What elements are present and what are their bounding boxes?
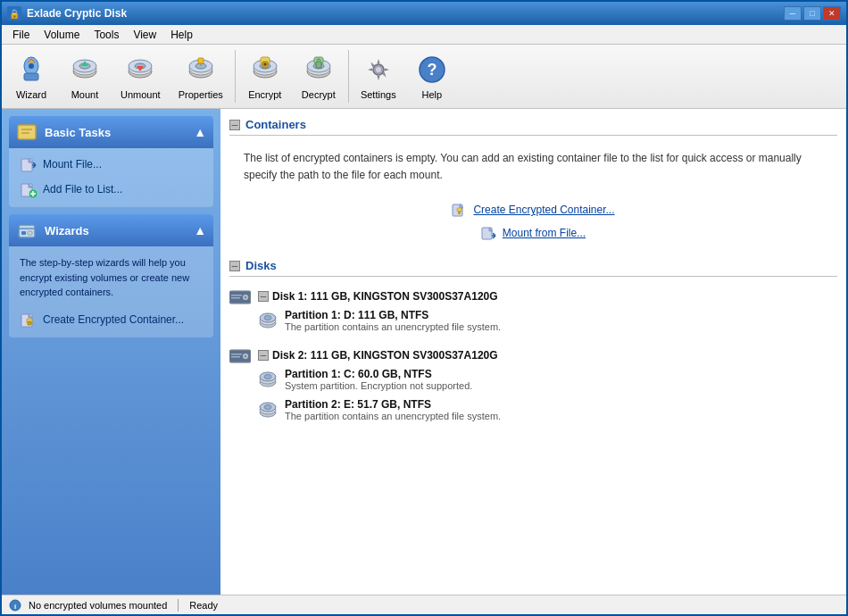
add-file-icon [20, 180, 37, 198]
basic-tasks-header: Basic Tasks ▲ [9, 116, 213, 148]
main-area: Basic Tasks ▲ Mount File... [2, 109, 846, 595]
mount-file-link[interactable]: Mount File... [16, 154, 206, 175]
wizards-header-icon [16, 220, 37, 241]
settings-button[interactable]: Settings [353, 46, 404, 106]
wizard-icon [15, 54, 47, 86]
disk2-part1-desc: System partition. Encryption not support… [285, 380, 472, 391]
disks-section: ─ Disks [229, 259, 837, 425]
containers-title: Containers [245, 118, 306, 131]
help-label: Help [421, 89, 442, 100]
mount-from-file-label: Mount from File... [503, 227, 586, 239]
menu-view[interactable]: View [126, 27, 163, 43]
mount-button[interactable]: Mount [59, 46, 111, 106]
svg-point-72 [264, 375, 271, 379]
mount-label: Mount [71, 89, 99, 100]
mount-from-file-link[interactable]: Mount from File... [481, 225, 586, 241]
add-file-label: Add File to List... [43, 183, 122, 196]
svg-point-76 [264, 405, 271, 410]
disks-header: ─ Disks [229, 259, 837, 277]
disk1-part1-info: Partition 1: D: 111 GB, NTFS The partiti… [285, 309, 501, 332]
svg-rect-29 [316, 62, 321, 68]
svg-text:i: i [14, 602, 16, 610]
help-button[interactable]: ? Help [406, 46, 458, 106]
settings-label: Settings [361, 89, 396, 100]
settings-icon [362, 54, 395, 86]
disk1-label: Disk 1: 111 GB, KINGSTON SV300S37A120G [272, 290, 498, 303]
menu-volume[interactable]: Volume [37, 27, 87, 43]
containers-empty-text: The list of encrypted containers is empt… [229, 143, 837, 195]
window-title: Exlade Cryptic Disk [27, 7, 784, 20]
status-bar: i No encrypted volumes mounted Ready [2, 595, 846, 614]
svg-rect-48 [28, 321, 31, 325]
disk2-collapse[interactable]: ─ [258, 350, 269, 361]
menu-tools[interactable]: Tools [87, 27, 126, 43]
basic-tasks-header-icon [16, 121, 37, 143]
basic-tasks-body: Mount File... Add File to List... [9, 148, 213, 207]
main-window: 🔒 Exlade Cryptic Disk ─ □ ✕ File Volume … [0, 0, 848, 616]
status-text: No encrypted volumes mounted [29, 600, 167, 611]
svg-rect-44 [21, 231, 26, 235]
disk1-partitions: Partition 1: D: 111 GB, NTFS The partiti… [258, 309, 837, 332]
disk1-collapse[interactable]: ─ [258, 291, 269, 302]
disk2-part1-info: Partition 1: C: 60.0 GB, NTFS System par… [285, 368, 472, 391]
disk2-part1-label: Partition 1: C: 60.0 GB, NTFS [285, 368, 472, 380]
minimize-button[interactable]: ─ [784, 6, 802, 21]
menu-file[interactable]: File [5, 27, 37, 43]
unmount-button[interactable]: Unmount [112, 46, 169, 106]
basic-tasks-collapse[interactable]: ▲ [194, 125, 206, 139]
mount-file-label: Mount File... [43, 158, 102, 171]
svg-rect-51 [458, 211, 461, 214]
disk2-part1: Partition 1: C: 60.0 GB, NTFS System par… [258, 368, 837, 391]
close-button[interactable]: ✕ [823, 6, 841, 21]
disk2-part2-info: Partition 2: E: 51.7 GB, NTFS The partit… [285, 398, 501, 421]
encrypt-button[interactable]: Encrypt [239, 46, 291, 106]
unmount-icon [124, 54, 156, 86]
wizards-section: Wizards ▲ The step-by-step wizards will … [9, 214, 213, 337]
mount-from-file-link-icon [481, 225, 497, 241]
disk2-part1-icon [258, 370, 278, 389]
svg-point-31 [376, 67, 381, 72]
containers-header: ─ Containers [229, 118, 837, 136]
disk1-part1-desc: The partition contains an unencrypted fi… [285, 321, 501, 332]
containers-collapse-btn[interactable]: ─ [229, 120, 240, 130]
wizard-label: Wizard [16, 89, 46, 100]
disk1-part1-label: Partition 1: D: 111 GB, NTFS [285, 309, 501, 321]
containers-actions: Create Encrypted Container... Mount from… [229, 195, 837, 248]
properties-button[interactable]: Properties [170, 46, 231, 106]
svg-rect-42 [19, 225, 35, 237]
create-encrypted-link[interactable]: Create Encrypted Container... [452, 202, 614, 218]
svg-rect-67 [231, 354, 242, 355]
disk1-icon [229, 287, 251, 305]
disk2-part2-desc: The partition contains an unencrypted fi… [285, 411, 501, 421]
status-icon: i [9, 599, 21, 612]
disk2-icon [229, 346, 251, 364]
containers-section: ─ Containers The list of encrypted conta… [229, 118, 837, 248]
add-file-link[interactable]: Add File to List... [16, 179, 206, 200]
maximize-button[interactable]: □ [803, 6, 821, 21]
svg-rect-45 [28, 231, 32, 235]
svg-text:?: ? [427, 61, 436, 79]
menu-help[interactable]: Help [163, 27, 200, 43]
disk2-item: ─ Disk 2: 111 GB, KINGSTON SV300S37A120G [229, 343, 837, 425]
create-container-link[interactable]: Create Encrypted Container... [16, 309, 206, 330]
svg-point-66 [245, 355, 247, 358]
wizards-body: The step-by-step wizards will help you e… [9, 246, 213, 337]
wizards-collapse[interactable]: ▲ [194, 223, 206, 237]
toolbar: Wizard Mount Unmount [2, 45, 846, 109]
unmount-label: Unmount [121, 89, 161, 100]
wizard-button[interactable]: Wizard [5, 46, 57, 106]
svg-rect-68 [231, 356, 240, 358]
svg-rect-58 [231, 297, 240, 299]
menu-bar: File Volume Tools View Help [2, 25, 846, 45]
decrypt-button[interactable]: Decrypt [293, 46, 345, 106]
wizards-title: Wizards [45, 224, 89, 237]
content-area: ─ Containers The list of encrypted conta… [220, 109, 846, 595]
disk2-label: Disk 2: 111 GB, KINGSTON SV300S37A120G [272, 349, 498, 362]
properties-label: Properties [179, 89, 223, 100]
wizards-header: Wizards ▲ [9, 214, 213, 246]
properties-icon [185, 54, 217, 86]
svg-point-2 [29, 63, 34, 69]
window-controls: ─ □ ✕ [784, 6, 841, 21]
disks-collapse-btn[interactable]: ─ [229, 261, 240, 271]
disk1-row: ─ Disk 1: 111 GB, KINGSTON SV300S37A120G [229, 287, 837, 305]
